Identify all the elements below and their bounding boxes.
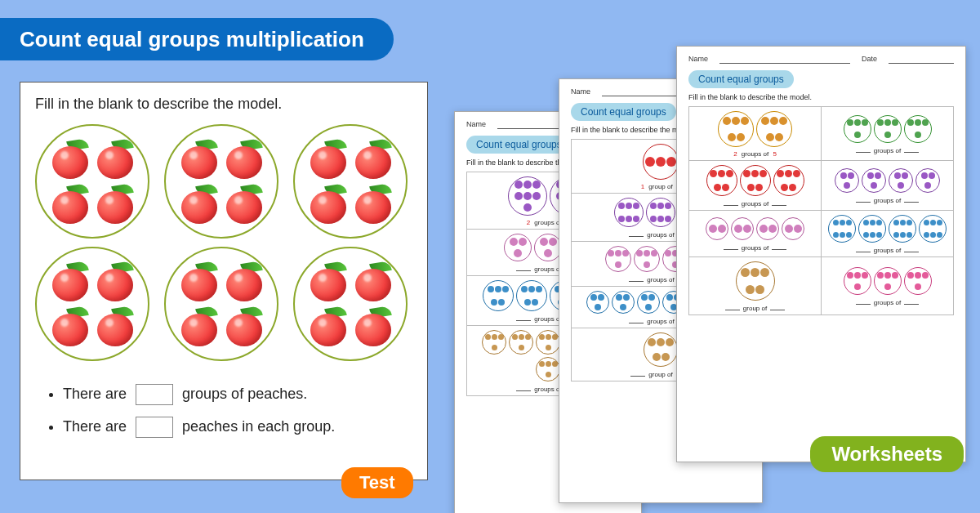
- blank-input-each[interactable]: [136, 417, 173, 438]
- item-icon: [523, 203, 532, 212]
- item-icon: [924, 182, 931, 189]
- item-icon: [645, 304, 652, 310]
- item-icon: [546, 361, 551, 367]
- item-icon: [929, 172, 935, 179]
- worksheet-page-3[interactable]: Name Date Count equal groups Fill in the…: [676, 46, 966, 462]
- item-icon: [519, 345, 524, 350]
- item-icon: [514, 181, 523, 189]
- item-icon: [781, 184, 788, 191]
- item-icon: [734, 225, 742, 233]
- item-icon: [665, 250, 671, 256]
- item-icon: [502, 286, 509, 292]
- group-circle-icon: [844, 267, 871, 295]
- group-circle-icon: [536, 357, 560, 381]
- item-icon: [746, 285, 755, 294]
- item-icon: [536, 286, 542, 292]
- item-icon: [623, 294, 630, 301]
- item-icon: [666, 294, 673, 301]
- item-icon: [524, 299, 531, 306]
- group-circle-icon: [835, 168, 859, 193]
- item-icon: [743, 170, 751, 177]
- item-icon: [485, 334, 491, 340]
- item-icon: [760, 225, 768, 233]
- group-circle-icon: [516, 280, 547, 311]
- item-icon: [766, 133, 774, 141]
- group-circle-icon: [782, 217, 804, 240]
- item-icon: [552, 334, 558, 340]
- group-circle-icon: [646, 198, 675, 227]
- item-icon: [900, 232, 906, 238]
- item-icon: [723, 117, 731, 125]
- group-circle-icon: [904, 115, 932, 143]
- peach-group: [35, 247, 149, 361]
- group-circle-icon: [482, 330, 506, 355]
- item-icon: [666, 338, 674, 346]
- item-icon: [665, 203, 671, 209]
- test-badge[interactable]: Test: [341, 467, 413, 498]
- item-icon: [854, 272, 861, 279]
- peach-icon: [354, 307, 393, 346]
- group-circle-icon: [756, 217, 779, 240]
- item-icon: [539, 334, 545, 340]
- item-icon: [840, 220, 845, 225]
- item-icon: [532, 181, 541, 189]
- item-icon: [546, 345, 551, 350]
- item-icon: [937, 232, 942, 238]
- item-icon: [898, 182, 904, 189]
- group-circle-icon: [509, 330, 533, 355]
- peach-icon: [309, 185, 348, 224]
- item-icon: [775, 133, 783, 141]
- item-icon: [651, 250, 657, 256]
- text: groups of peaches.: [182, 386, 307, 402]
- blank-input-groups[interactable]: [136, 384, 173, 405]
- cell-caption: 2 groups of 5: [731, 150, 779, 158]
- item-icon: [498, 334, 504, 340]
- item-icon: [875, 172, 881, 179]
- item-icon: [492, 345, 497, 350]
- item-icon: [761, 117, 769, 125]
- item-icon: [793, 170, 800, 177]
- item-icon: [590, 294, 597, 301]
- cell-caption: groups of: [854, 298, 921, 306]
- item-icon: [846, 232, 852, 238]
- worksheet-cell: groups of: [822, 211, 954, 257]
- item-icon: [665, 216, 671, 222]
- cell-caption: groups of: [854, 146, 921, 154]
- item-icon: [657, 216, 664, 222]
- peach-groups-model: [35, 124, 412, 361]
- item-icon: [768, 225, 777, 233]
- item-icon: [519, 238, 527, 246]
- worksheet-title: Count equal groups: [688, 70, 794, 88]
- item-icon: [488, 286, 494, 292]
- item-icon: [525, 334, 531, 340]
- worksheets-badge[interactable]: Worksheets: [810, 436, 964, 472]
- item-icon: [737, 133, 745, 141]
- worksheet-title: Count equal groups: [466, 136, 572, 154]
- peach-icon: [354, 140, 393, 179]
- peach-icon: [51, 307, 90, 346]
- text: peaches in each group.: [182, 418, 335, 435]
- item-icon: [785, 225, 793, 233]
- peach-group: [293, 247, 408, 361]
- group-circle-icon: [644, 332, 678, 367]
- group-circle-icon: [643, 144, 679, 180]
- item-icon: [884, 283, 891, 290]
- item-icon: [867, 172, 874, 179]
- item-icon: [794, 225, 802, 233]
- item-icon: [641, 294, 648, 301]
- worksheet-cell: groups of: [689, 211, 822, 257]
- item-icon: [741, 268, 750, 277]
- item-icon: [789, 184, 796, 191]
- answer-line-2: There are peaches in each group.: [63, 417, 412, 438]
- group-circle-icon: [706, 217, 728, 240]
- item-icon: [521, 286, 528, 292]
- item-icon: [751, 170, 759, 177]
- worksheet-cell: groups of: [822, 107, 954, 161]
- group-circle-icon: [536, 330, 560, 355]
- name-label: Name: [466, 120, 486, 129]
- item-icon: [644, 250, 650, 256]
- item-icon: [915, 119, 921, 126]
- item-icon: [615, 250, 621, 256]
- worksheet-cell: 2 groups of 5: [689, 107, 822, 161]
- item-icon: [743, 225, 751, 233]
